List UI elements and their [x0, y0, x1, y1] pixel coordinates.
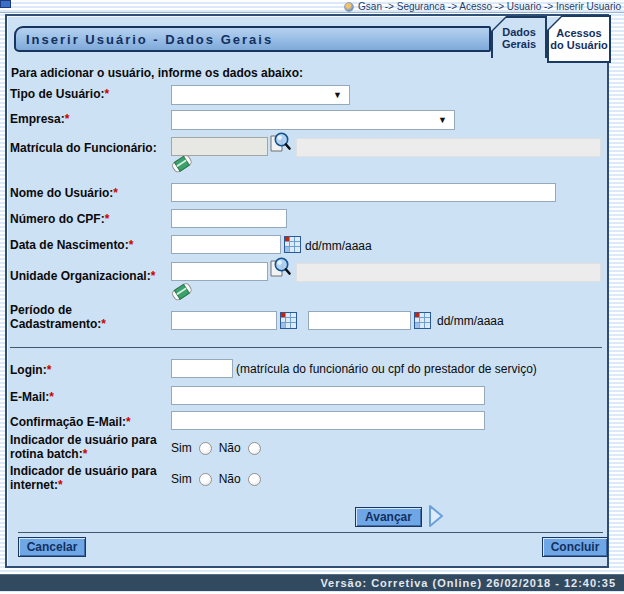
required-marker: *	[83, 447, 88, 461]
radio-label-sim: Sim	[171, 472, 192, 486]
page-title: Inserir Usuário - Dados Gerais	[26, 32, 273, 47]
radio-label-nao: Não	[219, 472, 241, 486]
page-title-bar: Inserir Usuário - Dados Gerais	[14, 26, 491, 52]
search-icon[interactable]	[267, 130, 292, 155]
internet-sim-radio[interactable]	[199, 473, 212, 486]
calendar-icon[interactable]	[284, 236, 301, 253]
required-marker: *	[104, 87, 109, 101]
required-marker: *	[151, 269, 156, 283]
label-login: Login:*	[10, 363, 170, 377]
date-format-hint: dd/mm/aaaa	[305, 239, 372, 253]
label-nome-usuario: Nome do Usuário:*	[10, 186, 170, 200]
periodo-inicio-input[interactable]	[171, 311, 277, 330]
tab-label: Dados Gerais	[493, 18, 545, 58]
breadcrumb-divider	[0, 12, 624, 13]
cpf-input[interactable]	[171, 209, 287, 228]
empresa-select[interactable]: ▼	[171, 110, 455, 130]
internet-nao-radio[interactable]	[248, 473, 261, 486]
tab-label: Acessos do Usuário	[549, 17, 609, 61]
window-chip	[0, 0, 11, 8]
unidade-organizacional-input[interactable]	[171, 262, 268, 281]
label-unidade-organizacional: Unidade Organizacional:*	[10, 269, 170, 283]
required-marker: *	[49, 390, 54, 404]
batch-nao-radio[interactable]	[248, 442, 261, 455]
required-marker: *	[129, 238, 134, 252]
indicador-batch-radio-group: Sim Não	[171, 441, 261, 455]
label-data-nascimento: Data de Nascimento:*	[10, 238, 170, 252]
version-text: Versão: Corretiva (Online) 26/02/2018 - …	[320, 577, 616, 589]
footer-divider	[18, 532, 603, 533]
calendar-icon[interactable]	[414, 312, 431, 329]
login-input[interactable]	[171, 359, 233, 378]
concluir-button[interactable]: Concluir	[542, 537, 608, 557]
required-marker: *	[126, 415, 131, 429]
tab-dados-gerais[interactable]: Dados Gerais	[491, 16, 547, 58]
chevron-down-icon: ▼	[333, 90, 342, 100]
radio-label-sim: Sim	[171, 441, 192, 455]
version-footer-bar: Versão: Corretiva (Online) 26/02/2018 - …	[0, 574, 624, 591]
label-email: E-Mail:*	[10, 390, 170, 404]
eraser-icon[interactable]	[169, 153, 195, 175]
tipo-usuario-select[interactable]: ▼	[171, 85, 350, 105]
label-matricula: Matrícula do Funcionário:	[10, 141, 170, 155]
section-divider	[10, 347, 602, 348]
cancelar-button[interactable]: Cancelar	[18, 537, 86, 557]
label-tipo-usuario: Tipo de Usuário:*	[10, 87, 170, 101]
periodo-fim-input[interactable]	[308, 311, 411, 330]
breadcrumb: Gsan -> Seguranca -> Acesso -> Usuario -…	[344, 1, 621, 12]
required-marker: *	[58, 478, 63, 492]
form-intro-text: Para adicionar o usuário, informe os dad…	[11, 66, 303, 80]
breadcrumb-path: Gsan -> Seguranca -> Acesso -> Usuario -…	[358, 1, 621, 12]
required-marker: *	[113, 186, 118, 200]
label-confirmacao-email: Confirmação E-Mail:*	[10, 415, 170, 429]
batch-sim-radio[interactable]	[199, 442, 212, 455]
confirmacao-email-input[interactable]	[171, 411, 485, 430]
email-input[interactable]	[171, 386, 485, 405]
data-nascimento-input[interactable]	[171, 235, 281, 254]
required-marker: *	[65, 112, 70, 126]
label-periodo-cadastramento: Período de Cadastramento:*	[10, 303, 170, 331]
nome-usuario-input[interactable]	[171, 183, 556, 202]
matricula-nome-display	[296, 138, 601, 157]
required-marker: *	[105, 212, 110, 226]
required-marker: *	[101, 317, 106, 331]
indicador-internet-radio-group: Sim Não	[171, 472, 261, 486]
chevron-down-icon: ▼	[438, 115, 447, 125]
login-hint: (matrícula do funcionário ou cpf do pres…	[236, 362, 537, 376]
label-indicador-batch: Indicador de usuário para rotina batch:*	[10, 433, 170, 461]
tab-acessos-do-usuario[interactable]: Acessos do Usuário	[547, 15, 611, 63]
label-empresa: Empresa:*	[10, 112, 170, 126]
radio-label-nao: Não	[219, 441, 241, 455]
help-icon[interactable]	[344, 2, 354, 12]
search-icon[interactable]	[267, 255, 292, 280]
calendar-icon[interactable]	[280, 312, 297, 329]
label-cpf: Número do CPF:*	[10, 212, 170, 226]
required-marker: *	[47, 363, 52, 377]
avancar-button[interactable]: Avançar	[355, 507, 422, 527]
unidade-nome-display	[296, 263, 601, 282]
date-format-hint: dd/mm/aaaa	[437, 314, 504, 328]
gsan-page: Gsan -> Seguranca -> Acesso -> Usuario -…	[0, 0, 624, 594]
advance-arrow-icon[interactable]	[427, 504, 445, 528]
label-indicador-internet: Indicador de usuário para internet:*	[10, 464, 170, 492]
eraser-icon[interactable]	[169, 281, 195, 303]
